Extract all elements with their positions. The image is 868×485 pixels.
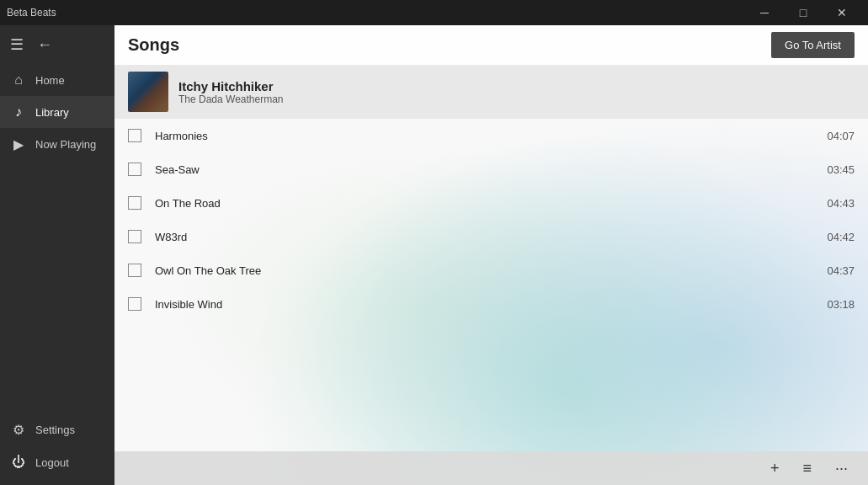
album-art	[128, 72, 168, 112]
library-icon: ♪	[10, 104, 27, 120]
album-header: Itchy Hitchhiker The Dada Weatherman	[114, 65, 868, 119]
window-controls: ─ □ ✕	[745, 0, 861, 25]
sidebar-item-now-playing[interactable]: ▶ Now Playing	[0, 128, 114, 161]
sidebar-item-logout-label: Logout	[35, 456, 69, 469]
song-title: Owl On The Oak Tree	[155, 264, 827, 277]
app-title: Beta Beats	[7, 7, 56, 19]
page-header: Songs Go To Artist	[114, 25, 868, 65]
song-row[interactable]: Harmonies04:07	[114, 119, 868, 152]
more-icon: ···	[835, 460, 848, 477]
song-row[interactable]: On The Road04:43	[114, 186, 868, 220]
song-duration: 03:45	[827, 163, 855, 176]
song-row[interactable]: Sea-Saw03:45	[114, 152, 868, 186]
song-checkbox[interactable]	[128, 230, 141, 243]
song-duration: 04:42	[827, 231, 855, 243]
sidebar-item-settings-label: Settings	[35, 424, 75, 436]
back-button[interactable]: ←	[34, 33, 56, 57]
sidebar-item-home[interactable]: ⌂ Home	[0, 64, 114, 96]
logout-icon: ⏻	[10, 455, 27, 470]
song-title: W83rd	[155, 231, 827, 243]
bottom-bar: + ≡ ···	[114, 451, 868, 485]
sidebar-nav: ⌂ Home ♪ Library ▶ Now Playing	[0, 64, 114, 413]
sidebar-item-settings[interactable]: ⚙ Settings	[0, 413, 114, 446]
app-body: ☰ ← ⌂ Home ♪ Library ▶ Now Playing ⚙ S	[0, 25, 868, 485]
play-icon: ▶	[10, 136, 27, 152]
list-icon: ≡	[802, 460, 812, 477]
home-icon: ⌂	[10, 72, 27, 88]
more-options-button[interactable]: ···	[828, 456, 855, 481]
sidebar-item-now-playing-label: Now Playing	[35, 138, 96, 151]
album-artist: The Dada Weatherman	[178, 93, 284, 105]
add-button[interactable]: +	[764, 456, 786, 481]
sidebar-item-logout[interactable]: ⏻ Logout	[0, 446, 114, 478]
song-title: Sea-Saw	[155, 163, 827, 176]
sidebar-item-library-label: Library	[35, 106, 69, 119]
add-icon: +	[770, 460, 780, 477]
song-checkbox[interactable]	[128, 129, 141, 142]
song-checkbox[interactable]	[128, 264, 141, 277]
go-to-artist-button[interactable]: Go To Artist	[771, 32, 855, 58]
sidebar: ☰ ← ⌂ Home ♪ Library ▶ Now Playing ⚙ S	[0, 25, 114, 485]
song-title: Invisible Wind	[155, 298, 827, 311]
close-button[interactable]: ✕	[823, 0, 861, 25]
sidebar-top: ☰ ←	[0, 25, 114, 64]
album-name: Itchy Hitchhiker	[178, 79, 284, 93]
back-icon: ←	[37, 36, 52, 54]
settings-icon: ⚙	[10, 422, 27, 438]
title-bar: Beta Beats ─ □ ✕	[0, 0, 868, 25]
song-duration: 04:07	[827, 130, 855, 142]
hamburger-icon: ☰	[10, 35, 24, 54]
main-content: Songs Go To Artist Itchy Hitchhiker The …	[114, 25, 868, 485]
menu-button[interactable]: ☰	[7, 32, 27, 57]
sidebar-item-home-label: Home	[35, 74, 65, 87]
album-info: Itchy Hitchhiker The Dada Weatherman	[178, 79, 284, 105]
song-row[interactable]: Invisible Wind03:18	[114, 287, 868, 321]
sidebar-item-library[interactable]: ♪ Library	[0, 96, 114, 128]
song-duration: 03:18	[827, 298, 855, 311]
maximize-button[interactable]: □	[784, 0, 823, 25]
song-row[interactable]: W83rd04:42	[114, 220, 868, 253]
song-checkbox[interactable]	[128, 196, 141, 210]
album-art-image	[128, 72, 168, 112]
list-view-button[interactable]: ≡	[796, 456, 818, 481]
song-list: Harmonies04:07Sea-Saw03:45On The Road04:…	[114, 119, 868, 451]
song-duration: 04:37	[827, 264, 855, 277]
song-row[interactable]: Owl On The Oak Tree04:37	[114, 253, 868, 287]
song-title: On The Road	[155, 197, 827, 210]
sidebar-bottom: ⚙ Settings ⏻ Logout	[0, 413, 114, 485]
song-checkbox[interactable]	[128, 163, 141, 176]
minimize-button[interactable]: ─	[745, 0, 784, 25]
song-duration: 04:43	[827, 197, 855, 210]
page-title: Songs	[128, 35, 179, 55]
song-checkbox[interactable]	[128, 297, 141, 311]
song-title: Harmonies	[155, 130, 827, 142]
